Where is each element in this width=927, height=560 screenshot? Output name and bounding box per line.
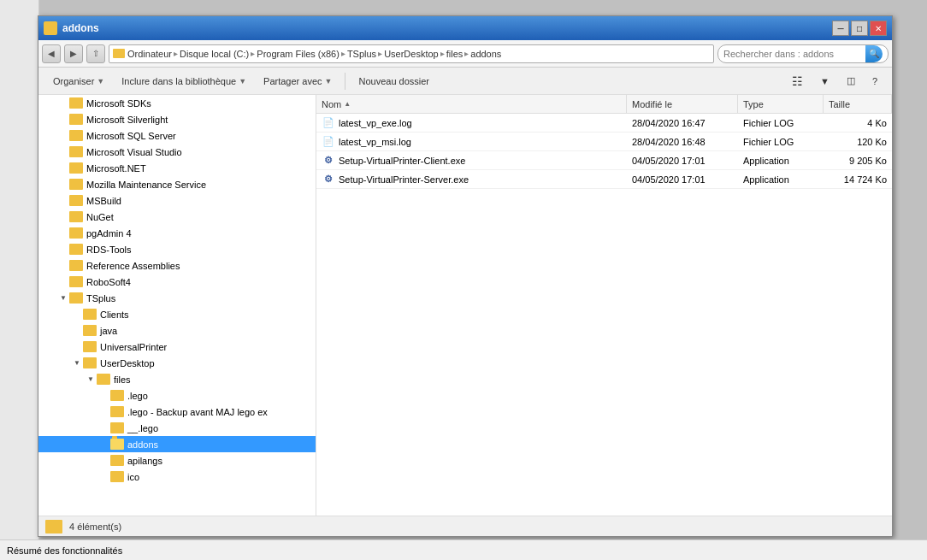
expand-arrow-icon [100, 473, 109, 481]
tree-label: UniversalPrinter [100, 342, 167, 352]
expand-arrow-icon [100, 392, 109, 400]
tree-item[interactable]: .lego [38, 387, 316, 404]
tree-item[interactable]: ▼TSplus [38, 290, 316, 306]
search-button[interactable]: 🔍 [865, 45, 883, 62]
window-title: addons [62, 22, 832, 34]
expand-arrow-icon [73, 343, 81, 351]
search-input[interactable] [723, 49, 862, 59]
file-size: 120 Ko [824, 137, 892, 147]
tree-item[interactable]: ▼files [38, 371, 316, 387]
help-button[interactable]: ? [865, 71, 885, 91]
col-header-name[interactable]: Nom ▲ [316, 95, 627, 113]
file-type: Fichier LOG [738, 118, 824, 128]
title-bar-buttons: ─ □ ✕ [832, 21, 887, 36]
view-dropdown-button[interactable]: ▼ [812, 71, 837, 91]
tree-item[interactable]: Microsoft SDKs [38, 95, 316, 111]
view-toggle-button[interactable]: ☷ [784, 71, 811, 91]
maximize-button[interactable]: □ [851, 21, 868, 36]
tree-label: NuGet [86, 212, 114, 222]
tree-item[interactable]: Microsoft SQL Server [38, 127, 316, 144]
file-date: 04/05/2020 17:01 [627, 156, 738, 166]
preview-pane-button[interactable]: ◫ [839, 71, 863, 91]
expand-arrow-icon [59, 197, 68, 205]
up-button[interactable]: ⇧ [86, 44, 105, 63]
table-row[interactable]: 📄latest_vp_msi.log28/04/2020 16:48Fichie… [316, 133, 892, 151]
expand-arrow-icon [100, 424, 109, 433]
tree-item[interactable]: Microsoft.NET [38, 160, 316, 176]
expand-arrow-icon [59, 99, 68, 108]
tree-item[interactable]: NuGet [38, 209, 316, 225]
share-with-button[interactable]: Partager avec ▼ [256, 71, 340, 91]
close-button[interactable]: ✕ [870, 21, 887, 36]
file-type: Application [738, 174, 824, 185]
title-bar-icon [44, 21, 57, 35]
file-name-cell: ⚙Setup-VirtualPrinter-Server.exe [316, 173, 627, 186]
folder-icon [69, 179, 83, 190]
tree-item[interactable]: ▼UserDesktop [38, 355, 316, 371]
back-button[interactable]: ◀ [42, 44, 61, 63]
bottom-bar: Résumé des fonctionnalités [0, 539, 927, 560]
tree-label: Clients [100, 309, 129, 320]
tree-item[interactable]: __.lego [38, 420, 316, 436]
tree-item[interactable]: java [38, 322, 316, 339]
tree-label: Microsoft Visual Studio [86, 147, 182, 157]
file-type: Fichier LOG [738, 137, 824, 147]
file-name-cell: ⚙Setup-VirtualPrinter-Client.exe [316, 154, 627, 168]
status-item-count: 4 élément(s) [69, 522, 121, 532]
new-folder-button[interactable]: Nouveau dossier [351, 71, 437, 91]
col-header-size[interactable]: Taille [824, 95, 892, 113]
file-name: Setup-VirtualPrinter-Server.exe [339, 174, 469, 185]
file-area: Nom ▲ Modifié le Type Taille 📄latest_vp_… [316, 95, 892, 516]
col-header-type[interactable]: Type [738, 95, 824, 113]
folder-icon [83, 325, 97, 336]
breadcrumb-item: UserDesktop [384, 49, 439, 59]
tree-item[interactable]: MSBuild [38, 192, 316, 209]
tree-item[interactable]: apilangs [38, 452, 316, 469]
tree-item[interactable]: ico [38, 469, 316, 485]
tree-item[interactable]: RoboSoft4 [38, 274, 316, 290]
folder-icon [69, 227, 83, 239]
expand-arrow-icon [59, 180, 68, 189]
tree-label: ico [127, 472, 139, 482]
tree-label: Microsoft.NET [86, 163, 146, 174]
tree-item[interactable]: Reference Assemblies [38, 257, 316, 274]
organize-button[interactable]: Organiser ▼ [45, 71, 112, 91]
forward-button[interactable]: ▶ [64, 44, 83, 63]
tree-item[interactable]: Microsoft Silverlight [38, 111, 316, 127]
tree-item[interactable]: .lego - Backup avant MAJ lego ex [38, 404, 316, 420]
expand-arrow-icon [59, 115, 68, 124]
folder-icon [69, 162, 83, 174]
expand-arrow-icon [100, 408, 109, 416]
table-row[interactable]: ⚙Setup-VirtualPrinter-Client.exe04/05/20… [316, 151, 892, 170]
tree-item[interactable]: Microsoft Visual Studio [38, 144, 316, 160]
include-library-button[interactable]: Inclure dans la bibliothèque ▼ [114, 71, 254, 91]
tree-item[interactable]: pgAdmin 4 [38, 225, 316, 241]
tree-item[interactable]: Clients [38, 306, 316, 322]
tree-item[interactable]: UniversalPrinter [38, 339, 316, 355]
expand-arrow-icon [59, 132, 68, 140]
tree-item[interactable]: Mozilla Maintenance Service [38, 176, 316, 192]
tree-item[interactable]: addons [38, 436, 316, 452]
breadcrumb-item: Ordinateur [127, 49, 172, 59]
table-row[interactable]: ⚙Setup-VirtualPrinter-Server.exe04/05/20… [316, 170, 892, 189]
folder-icon [110, 422, 124, 433]
minimize-button[interactable]: ─ [832, 21, 849, 36]
file-size: 14 724 Ko [824, 174, 892, 185]
breadcrumb-folder-icon [113, 49, 125, 58]
search-bar[interactable]: 🔍 [717, 44, 889, 63]
table-row[interactable]: 📄latest_vp_exe.log28/04/2020 16:47Fichie… [316, 114, 892, 133]
status-bar: 4 élément(s) [38, 516, 892, 536]
breadcrumb-bar[interactable]: Ordinateur ▸ Disque local (C:) ▸ Program… [109, 44, 714, 63]
tree-item[interactable]: RDS-Tools [38, 241, 316, 257]
folder-icon [69, 276, 83, 287]
tree-label: RDS-Tools [86, 245, 132, 255]
col-header-date[interactable]: Modifié le [627, 95, 738, 113]
folder-icon [69, 146, 83, 157]
tree-label: .lego [127, 391, 148, 401]
log-file-icon: 📄 [322, 135, 335, 149]
folder-icon [69, 211, 83, 222]
expand-arrow-icon [73, 327, 81, 335]
folder-icon [110, 406, 124, 417]
explorer-window: addons ─ □ ✕ ◀ ▶ ⇧ Ordinateur ▸ Disque l… [38, 15, 893, 537]
tree-label: apilangs [127, 456, 162, 466]
